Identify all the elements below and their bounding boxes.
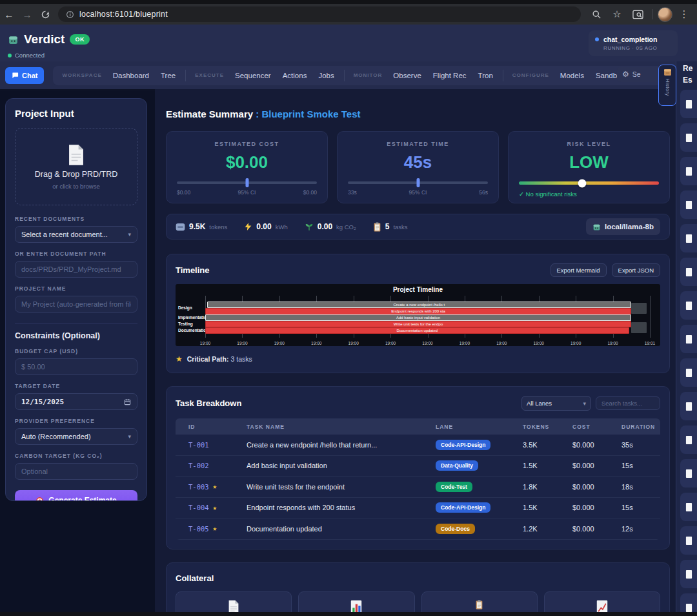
- job-status-card[interactable]: chat_completion RUNNING · 0S AGO: [589, 30, 678, 56]
- app-title: Verdict: [24, 32, 65, 46]
- risk-gauge[interactable]: [519, 181, 659, 185]
- file-dropzone[interactable]: Drag & Drop PRD/TRD or click to browse: [15, 128, 137, 205]
- search-icon[interactable]: [587, 10, 605, 19]
- cost-slider-thumb[interactable]: [245, 178, 248, 187]
- time-value: 45s: [348, 152, 488, 172]
- gantt-bar-write-unit-tests-for-the[interactable]: Write unit tests for the endpo: [205, 321, 631, 327]
- settings-button[interactable]: ⚙ Se: [617, 67, 663, 82]
- tab-search-icon[interactable]: [629, 10, 647, 19]
- document-path-input[interactable]: [15, 261, 137, 278]
- nav-item-sequencer[interactable]: Sequencer: [229, 69, 277, 82]
- address-bar[interactable]: localhost:6101/blueprint: [58, 6, 581, 22]
- recent-estimate-item[interactable]: [680, 459, 697, 488]
- risk-gauge-thumb[interactable]: [578, 179, 586, 187]
- provider-preference-select[interactable]: Auto (Recommended) ▾: [15, 428, 137, 445]
- summary-separator: :: [256, 108, 259, 119]
- nav-item-flight-rec[interactable]: Flight Rec: [427, 69, 472, 82]
- recent-documents-select[interactable]: Select a recent document... ▾: [15, 226, 137, 243]
- robot-icon: [592, 223, 601, 231]
- browser-toolbar: ← → localhost:6101/blueprint ☆ ⋮: [0, 4, 697, 25]
- recent-estimate-item[interactable]: [680, 190, 697, 219]
- recent-estimate-item[interactable]: [680, 157, 697, 185]
- chat-button[interactable]: Chat: [5, 67, 44, 84]
- task-tokens: 1.2K: [523, 525, 572, 533]
- profile-avatar[interactable]: [658, 7, 672, 22]
- recent-estimate-item[interactable]: [680, 325, 697, 353]
- status-badge: OK: [70, 34, 90, 45]
- model-chip[interactable]: local/llama-8b: [586, 218, 660, 235]
- document-icon: [685, 435, 692, 445]
- history-box-icon: [663, 68, 672, 76]
- table-row-t-005[interactable]: T-005★Documentation updatedCode-Docs1.2K…: [176, 518, 660, 540]
- recent-estimate-item[interactable]: [680, 493, 697, 521]
- menu-dots-icon[interactable]: ⋮: [675, 8, 693, 20]
- calendar-icon[interactable]: [124, 398, 131, 406]
- generate-estimate-button[interactable]: Generate Estimate: [15, 490, 137, 501]
- stat-kwh: 0.00kWh: [244, 222, 287, 231]
- risk-note: ✓ No significant risks: [519, 190, 659, 198]
- export-mermaid-button[interactable]: Export Mermaid: [551, 263, 607, 277]
- nav-item-observe[interactable]: Observe: [387, 69, 427, 82]
- recent-estimate-item[interactable]: [680, 224, 697, 252]
- recent-estimate-item[interactable]: [680, 560, 697, 588]
- gantt-bar-create-a-new-endpoint-he[interactable]: Create a new endpoint /hello t: [207, 302, 631, 308]
- nav-item-tron[interactable]: Tron: [472, 69, 499, 82]
- sidebar-title: Project Input: [15, 108, 137, 119]
- nav-item-models[interactable]: Models: [554, 69, 590, 82]
- export-json-button[interactable]: Export JSON: [612, 263, 660, 277]
- table-row-t-001[interactable]: T-001Create a new endpoint /hello that r…: [176, 435, 660, 456]
- model-name: local/llama-8b: [605, 223, 654, 231]
- recent-documents-label: RECENT DOCUMENTS: [15, 216, 137, 222]
- recent-estimate-item[interactable]: [680, 90, 697, 118]
- gantt-bar-documentation-updated[interactable]: Documentation updated: [205, 327, 629, 334]
- project-name-label: PROJECT NAME: [15, 285, 137, 292]
- window-bottom-edge: [0, 612, 697, 616]
- recent-estimate-item[interactable]: [680, 258, 697, 286]
- time-ci-slider[interactable]: [348, 181, 488, 184]
- summary-cards: ESTIMATED COST $0.00 $0.00 95% CI $0.00 …: [166, 131, 670, 203]
- recent-estimate-item[interactable]: [680, 392, 697, 420]
- cost-ci-slider[interactable]: [177, 181, 317, 184]
- connection-status: Connected: [8, 52, 45, 59]
- recent-estimate-item[interactable]: [680, 123, 697, 152]
- recent-estimate-item[interactable]: [680, 526, 697, 555]
- lane-filter-select[interactable]: All Lanes ▾: [521, 396, 591, 411]
- table-row-t-004[interactable]: T-004★Endpoint responds with 200 statusC…: [176, 498, 660, 519]
- generate-estimate-label: Generate Estimate: [48, 496, 116, 501]
- recent-estimate-item[interactable]: [680, 358, 697, 387]
- budget-cap-input[interactable]: [15, 358, 137, 375]
- back-icon[interactable]: ←: [0, 9, 18, 20]
- nav-item-dashboard[interactable]: Dashboard: [107, 69, 155, 82]
- history-drawer-toggle[interactable]: History: [658, 65, 676, 106]
- table-row-t-002[interactable]: T-002Add basic input validationData-Qual…: [176, 456, 660, 477]
- forward-icon[interactable]: →: [18, 9, 36, 20]
- nav-item-jobs[interactable]: Jobs: [312, 69, 339, 82]
- stat-value-kg-co-: 0.00: [318, 222, 332, 231]
- summary-subtitle: Blueprint Smoke Test: [261, 108, 360, 119]
- nav-item-tree[interactable]: Tree: [155, 69, 181, 82]
- time-slider-thumb[interactable]: [416, 178, 419, 187]
- gantt-bar-endpoint-responds-with-2[interactable]: Endpoint responds with 200 sta: [205, 308, 631, 314]
- site-info-icon[interactable]: [66, 10, 74, 19]
- target-date-input[interactable]: 12/15/2025: [15, 393, 137, 410]
- time-label: ESTIMATED TIME: [348, 141, 488, 147]
- bookmark-star-icon[interactable]: ☆: [608, 8, 626, 20]
- brand: Verdict OK: [8, 32, 90, 46]
- task-tokens: 1.5K: [523, 462, 572, 469]
- dropzone-subtitle: or click to browse: [52, 183, 99, 190]
- task-search-input[interactable]: [596, 396, 660, 410]
- carbon-target-input[interactable]: [15, 463, 137, 480]
- recent-estimate-item[interactable]: [680, 426, 697, 454]
- project-name-input[interactable]: [15, 296, 137, 313]
- task-table: IDTASK NAMELANETOKENSCOSTDURATION T-001C…: [176, 418, 660, 540]
- stat-unit-tokens: tokens: [209, 223, 227, 231]
- task-cost: $0.000: [572, 483, 621, 491]
- task-tokens: 1.5K: [523, 504, 572, 511]
- nav-item-actions[interactable]: Actions: [277, 69, 313, 82]
- recent-estimate-item[interactable]: [680, 291, 697, 320]
- reload-icon[interactable]: [36, 10, 54, 19]
- gantt-bar-add-basic-input-validati[interactable]: Add basic input validation: [205, 314, 631, 321]
- critical-star-icon: ★: [213, 524, 217, 533]
- table-row-t-003[interactable]: T-003★Write unit tests for the endpointC…: [176, 477, 660, 498]
- task-id-text: T-004: [188, 504, 209, 511]
